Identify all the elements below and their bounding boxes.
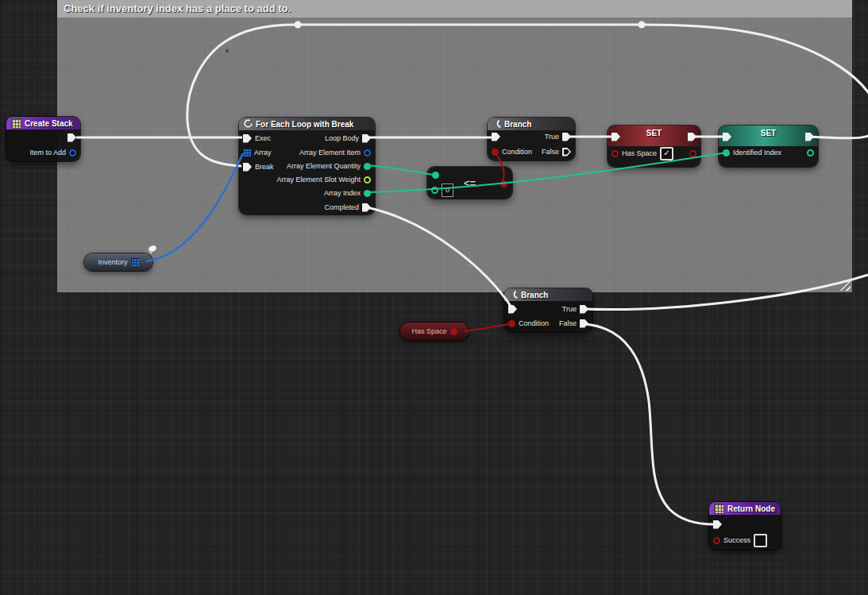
item-to-add-pin[interactable]: Item to Add	[29, 146, 76, 159]
inventory-variable-node[interactable]: Inventory	[84, 253, 152, 271]
loop-body-pin[interactable]: Loop Body	[325, 132, 371, 145]
branch-node-top[interactable]: Branch Condition True False	[488, 118, 575, 160]
node-title: Create Stack	[25, 119, 73, 128]
node-title: Return Node	[727, 504, 775, 513]
loop-icon	[244, 119, 253, 129]
int-pin-icon[interactable]	[807, 149, 814, 156]
variable-label: Inventory	[98, 258, 127, 266]
node-title: SET	[719, 129, 818, 137]
array-element-quantity-pin[interactable]: Array Element Quantity	[287, 160, 371, 172]
pin-speck	[226, 49, 229, 52]
exec-out-pin[interactable]	[68, 131, 76, 144]
for-each-loop-node[interactable]: For Each Loop with Break Exec Array Brea…	[239, 118, 375, 214]
exec-in-pin[interactable]: Exec	[243, 132, 271, 145]
array-index-pin[interactable]: Array Index	[324, 187, 371, 199]
less-equal-node[interactable]: 0 <=	[427, 167, 512, 199]
bool-pin-icon[interactable]	[492, 149, 499, 156]
int-pin-icon[interactable]	[364, 190, 371, 197]
identified-index-out-pin[interactable]	[807, 146, 814, 159]
branch-icon	[492, 119, 501, 129]
exec-in-pin[interactable]	[492, 130, 500, 143]
false-pin[interactable]: False	[559, 317, 588, 330]
array-element-slot-weight-pin[interactable]: Array Element Slot Weight	[277, 173, 371, 186]
function-grid-icon	[11, 118, 21, 129]
exec-pin-icon[interactable]	[713, 520, 722, 529]
identified-index-value-pin[interactable]: Identified Index	[723, 146, 781, 159]
compare-b-pin[interactable]: 0	[431, 184, 453, 196]
bool-checkbox-checked[interactable]: ✓	[660, 147, 673, 160]
set-identified-index-node[interactable]: SET Identified Index	[719, 126, 818, 167]
bool-checkbox-unchecked[interactable]	[754, 534, 767, 547]
node-title: SET	[608, 129, 700, 137]
return-node[interactable]: Return Node Success	[709, 502, 781, 550]
bool-pin-icon[interactable]	[450, 328, 457, 335]
true-pin[interactable]: True	[545, 130, 571, 143]
true-pin[interactable]: True	[562, 303, 588, 315]
node-title: Branch	[504, 120, 531, 129]
array-pin-icon[interactable]	[243, 149, 251, 156]
exec-pin-icon[interactable]	[243, 163, 252, 172]
variable-label: Has Space	[411, 327, 446, 335]
set-has-space-node[interactable]: SET Has Space ✓	[608, 126, 700, 167]
exec-pin-icon[interactable]	[243, 134, 252, 143]
exec-pin-icon[interactable]	[68, 133, 76, 142]
node-title: Branch	[521, 291, 548, 299]
exec-pin-icon[interactable]	[492, 133, 500, 141]
exec-pin-icon[interactable]	[562, 148, 571, 156]
exec-in-pin[interactable]	[713, 518, 722, 531]
branch-icon	[509, 290, 518, 300]
branch-node-bottom[interactable]: Branch Condition True False	[504, 288, 592, 332]
comment-title[interactable]: Check if inventory index has a place to …	[57, 0, 852, 17]
wire-exec-branch2-false-to-return[interactable]	[585, 324, 714, 524]
condition-pin[interactable]: Condition	[508, 317, 549, 330]
blueprint-canvas[interactable]: Check if inventory index has a place to …	[0, 0, 868, 595]
object-pin-icon[interactable]	[69, 149, 76, 156]
object-pin-icon[interactable]	[364, 149, 371, 156]
array-pin-icon[interactable]	[131, 258, 139, 266]
success-pin[interactable]: Success	[713, 534, 767, 547]
mouse-cursor	[145, 243, 160, 261]
array-in-pin[interactable]: Array	[243, 146, 272, 159]
create-stack-node[interactable]: Create Stack Item to Add	[6, 117, 80, 161]
has-space-variable-node[interactable]: Has Space	[400, 323, 469, 340]
float-pin-icon[interactable]	[364, 176, 371, 184]
has-space-value-pin[interactable]: Has Space ✓	[611, 147, 673, 160]
bool-pin-icon[interactable]	[713, 537, 720, 544]
function-grid-icon	[714, 504, 724, 514]
bool-pin-icon[interactable]	[611, 150, 619, 157]
bool-pin-icon[interactable]	[689, 150, 696, 157]
completed-pin[interactable]: Completed	[324, 201, 371, 214]
default-value-input[interactable]: 0	[442, 184, 453, 197]
false-pin[interactable]: False	[542, 145, 571, 158]
node-title: For Each Loop with Break	[256, 120, 353, 129]
array-element-item-pin[interactable]: Array Element Item	[299, 146, 371, 159]
break-in-pin[interactable]: Break	[243, 160, 274, 173]
